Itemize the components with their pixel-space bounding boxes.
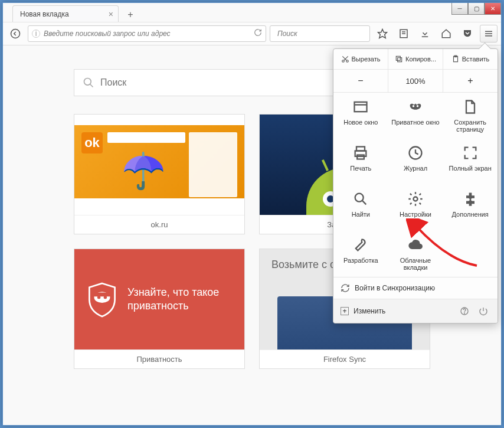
tile-label: Приватность — [74, 349, 244, 368]
site-info-icon[interactable]: i — [32, 30, 40, 38]
find-button[interactable]: Найти — [333, 185, 388, 231]
tab-strip: Новая вкладка × + — [3, 3, 501, 22]
svg-marker-3 — [378, 30, 387, 38]
minimize-button[interactable]: ─ — [451, 3, 468, 15]
close-tab-icon[interactable]: × — [109, 9, 113, 19]
svg-line-12 — [90, 84, 93, 87]
svg-rect-25 — [355, 102, 367, 112]
back-button[interactable] — [6, 25, 24, 43]
svg-rect-21 — [398, 58, 402, 62]
svg-point-33 — [355, 194, 364, 202]
tile-okru[interactable]: ok ☂️ ok.ru — [74, 114, 245, 234]
history-button[interactable]: Журнал — [388, 139, 443, 185]
zoom-out-button[interactable]: − — [333, 70, 388, 92]
save-page-button[interactable]: Сохранить страницу — [443, 93, 498, 139]
url-bar[interactable]: i — [28, 25, 266, 42]
search-bar[interactable] — [270, 25, 370, 42]
zoom-row: − 100% + — [333, 70, 498, 93]
svg-point-11 — [84, 79, 91, 86]
fullscreen-button[interactable]: Полный экран — [443, 139, 498, 185]
help-button[interactable] — [457, 304, 472, 318]
svg-point-37 — [464, 313, 464, 313]
svg-rect-22 — [396, 56, 400, 60]
svg-point-28 — [417, 105, 419, 107]
bookmarks-list-button[interactable] — [395, 25, 413, 43]
developer-button[interactable]: Разработка — [333, 231, 388, 277]
zoom-value: 100% — [388, 70, 443, 92]
maximize-button[interactable]: ▢ — [468, 3, 485, 15]
svg-line-34 — [362, 201, 366, 204]
new-tab-button[interactable]: + — [122, 8, 139, 22]
close-window-button[interactable]: ✕ — [485, 3, 501, 15]
toolbar: i — [3, 22, 501, 45]
app-menu-panel: Вырезать Копиров... Вставить − 100% + Но… — [333, 48, 498, 324]
svg-rect-16 — [94, 293, 110, 297]
paste-button[interactable]: Вставить — [443, 49, 498, 69]
reload-icon[interactable] — [254, 28, 262, 39]
sync-icon — [341, 283, 350, 293]
tab-title: Новая вкладка — [20, 10, 69, 18]
sync-signin-row[interactable]: Войти в Синхронизацию — [333, 277, 498, 299]
url-input[interactable] — [44, 30, 250, 38]
addons-button[interactable]: Дополнения — [443, 185, 498, 231]
menu-button[interactable] — [480, 25, 498, 43]
cut-button[interactable]: Вырезать — [333, 49, 388, 69]
edit-row: Вырезать Копиров... Вставить — [333, 49, 498, 70]
window-controls: ─ ▢ ✕ — [451, 3, 501, 15]
empty-slot — [443, 231, 498, 277]
tile-text: Узнайте, что такое приватность — [127, 286, 233, 313]
tile-privacy[interactable]: Узнайте, что такое приватность Приватнос… — [74, 249, 245, 369]
bookmark-star-button[interactable] — [374, 25, 391, 43]
search-icon — [83, 77, 94, 89]
tile-label: Firefox Sync — [260, 349, 430, 368]
customize-button[interactable]: Изменить — [354, 307, 385, 315]
plus-icon: + — [341, 307, 349, 315]
tile-label: ok.ru — [74, 215, 244, 234]
home-button[interactable] — [437, 25, 455, 43]
synced-tabs-button[interactable]: Облачные вкладки — [388, 231, 443, 277]
svg-point-0 — [11, 30, 20, 38]
downloads-button[interactable] — [416, 25, 434, 43]
pocket-button[interactable] — [459, 25, 476, 43]
print-button[interactable]: Печать — [333, 139, 388, 185]
private-window-button[interactable]: Приватное окно — [388, 93, 443, 139]
svg-point-35 — [413, 197, 417, 201]
settings-button[interactable]: Настройки — [388, 185, 443, 231]
zoom-in-button[interactable]: + — [443, 70, 498, 92]
tile-preview: ok ☂️ — [74, 115, 244, 215]
tile-preview: Узнайте, что такое приватность — [74, 249, 244, 349]
quit-button[interactable] — [476, 304, 490, 318]
menu-grid: Новое окно Приватное окно Сохранить стра… — [333, 93, 498, 277]
svg-rect-7 — [422, 37, 428, 38]
copy-button[interactable]: Копиров... — [388, 49, 443, 69]
tab-new[interactable]: Новая вкладка × — [12, 5, 119, 22]
search-input[interactable] — [277, 30, 366, 38]
svg-point-27 — [413, 105, 415, 107]
new-window-button[interactable]: Новое окно — [333, 93, 388, 139]
menu-footer: + Изменить — [333, 299, 498, 323]
